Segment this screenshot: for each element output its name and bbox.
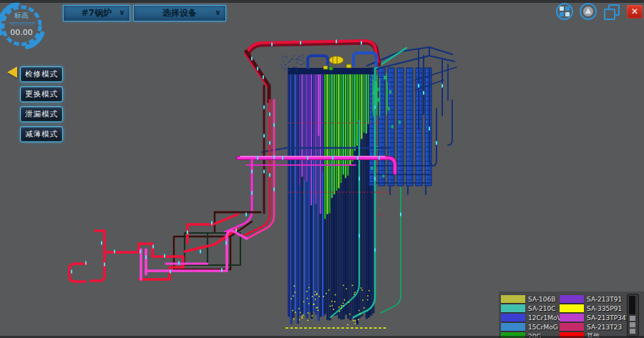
legend-color-swatch [501, 323, 525, 331]
gauge-label: 标高 [14, 11, 29, 19]
legend-material-label: SA-213T91 [587, 296, 622, 303]
legend-scrollbar[interactable] [627, 294, 639, 337]
legend-item: SA-213T23 [560, 322, 635, 332]
boiler-select-dropdown[interactable]: #7锅炉 ∨ [63, 5, 130, 21]
mode-button-overhaul[interactable]: 检修模式 [20, 66, 63, 82]
rear-pass-columns [369, 68, 431, 186]
mode-button-label: 更换模式 [25, 89, 58, 99]
lower-left-pipe-cluster [69, 212, 260, 282]
panel-collapse-arrow-icon[interactable] [7, 66, 17, 78]
legend-column-right: SA-213T91SA-335P91SA-213TP347HSA-213T23其… [560, 294, 635, 338]
mode-button-thinning[interactable]: 减薄模式 [20, 126, 63, 142]
boiler-select-value: #7锅炉 [82, 7, 112, 19]
grid-dashboard-icon[interactable] [556, 3, 573, 20]
legend-item: SA-213TP347H [560, 313, 635, 322]
legend-color-swatch [560, 323, 584, 331]
legend-material-label: SA-213T23 [587, 324, 622, 331]
legend-material-label: SA-335P91 [587, 305, 622, 312]
mode-button-label: 减薄模式 [25, 129, 58, 139]
mode-button-leak[interactable]: 泄漏模式 [20, 106, 63, 122]
mode-button-label: 检修模式 [25, 69, 58, 79]
boiler-tube-bank [288, 69, 374, 324]
legend-color-swatch [560, 314, 584, 322]
close-symbol: ✕ [631, 6, 638, 16]
window-top-border [0, 0, 644, 3]
window-controls: ✕ [556, 3, 643, 20]
mode-button-label: 泄漏模式 [25, 109, 58, 119]
legend-material-label: 15CrMoG [528, 324, 558, 331]
elevation-gauge: 标高 00.00 [0, 1, 55, 54]
layers-icon[interactable] [603, 4, 620, 20]
chevron-down-icon: ∨ [215, 8, 221, 17]
gauge-value: 00.00 [10, 28, 33, 37]
legend-color-swatch [560, 304, 584, 312]
legend-material-label: SA-210C [528, 305, 556, 312]
legend-item: 12Cr1MoVG [501, 313, 567, 322]
legend-item: SA-335P91 [560, 304, 635, 313]
legend-column-left: SA-106BSA-210C12Cr1MoVG15CrMoG20G [501, 294, 567, 338]
legend-material-label: SA-106B [528, 296, 555, 303]
close-icon[interactable]: ✕ [627, 5, 643, 19]
legend-color-swatch [501, 314, 525, 322]
legend-item: SA-106B [501, 294, 567, 304]
legend-color-swatch [501, 304, 525, 312]
legend-color-swatch [560, 295, 584, 303]
material-legend: SA-106BSA-210C12Cr1MoVG15CrMoG20G SA-213… [499, 292, 644, 338]
legend-item: SA-213T91 [560, 294, 635, 304]
boiler-3d-viewport[interactable] [0, 0, 644, 338]
mode-button-replace[interactable]: 更换模式 [20, 86, 63, 102]
device-select-value: 选择设备 [162, 7, 197, 19]
drum-top-fittings [308, 53, 376, 70]
chevron-down-icon: ∨ [119, 8, 125, 17]
orbit-view-icon[interactable] [580, 3, 597, 20]
legend-item: 15CrMoG [501, 322, 567, 332]
device-select-dropdown[interactable]: 选择设备 ∨ [133, 5, 226, 21]
legend-color-swatch [501, 295, 525, 303]
legend-item: SA-210C [501, 304, 567, 313]
